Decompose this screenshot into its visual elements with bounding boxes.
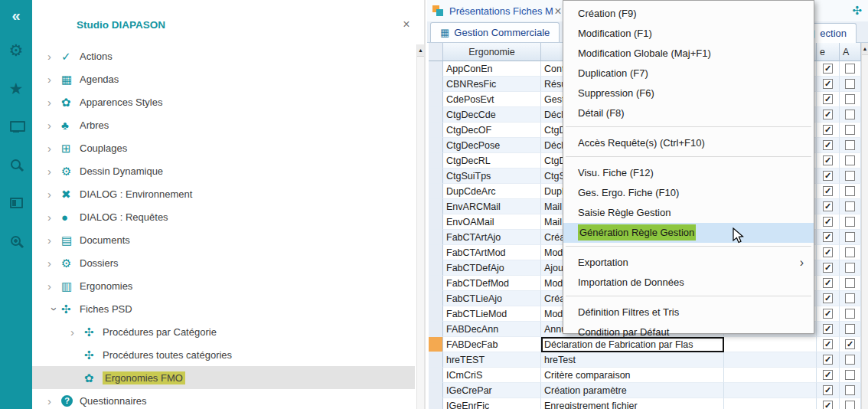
checkbox[interactable] bbox=[823, 247, 833, 257]
row-selector-cell[interactable] bbox=[429, 337, 443, 352]
checkbox[interactable] bbox=[823, 370, 833, 380]
tree-item[interactable]: ✿ Ergonomies FMO bbox=[32, 366, 415, 389]
rail-button[interactable] bbox=[0, 107, 32, 146]
ergonomie-cell[interactable]: IGeCrePar bbox=[443, 383, 541, 398]
ergonomie-cell[interactable]: FabCTDefMod bbox=[443, 276, 541, 291]
table-row[interactable]: IGeEnrFic Enregistrement fichier bbox=[429, 398, 868, 409]
tree-item[interactable]: ⚙ Dossiers bbox=[32, 251, 415, 274]
rail-button[interactable] bbox=[0, 222, 32, 260]
tree-item[interactable]: ✓ Actions bbox=[32, 44, 415, 67]
ergonomie-cell[interactable]: hreTEST bbox=[443, 352, 541, 368]
row-selector-cell[interactable] bbox=[429, 260, 443, 276]
tree-item[interactable]: ⊞ Couplages bbox=[32, 136, 415, 159]
table-scrollbar[interactable]: ▲ bbox=[861, 43, 868, 409]
menu-item[interactable] bbox=[563, 296, 814, 303]
ergonomie-cell[interactable]: CtgDecOF bbox=[443, 123, 541, 138]
checkbox[interactable] bbox=[823, 232, 833, 242]
checkbox[interactable] bbox=[823, 155, 833, 165]
menu-item[interactable] bbox=[563, 246, 814, 253]
row-selector-cell[interactable] bbox=[429, 352, 443, 368]
menu-item[interactable]: Modification (F1) bbox=[563, 24, 814, 44]
rail-button[interactable] bbox=[0, 146, 32, 184]
rail-button[interactable]: ★ bbox=[0, 69, 32, 107]
checkbox[interactable] bbox=[823, 125, 833, 135]
row-selector-cell[interactable] bbox=[429, 245, 443, 260]
menu-item[interactable]: Modification Globale (Maj+F1) bbox=[563, 44, 814, 64]
tree-chevron-icon[interactable] bbox=[47, 280, 61, 293]
tree-chevron-icon[interactable] bbox=[47, 50, 61, 63]
menu-item[interactable]: Suppression (F6) bbox=[563, 83, 814, 103]
tree-chevron-icon[interactable] bbox=[47, 119, 61, 132]
menu-item[interactable]: Duplication (F7) bbox=[563, 64, 814, 83]
ergonomie-cell[interactable]: AppConEn bbox=[443, 61, 541, 77]
ergonomie-cell[interactable]: FabCTArtMod bbox=[443, 245, 541, 260]
description-cell[interactable]: Enregistrement fichier bbox=[541, 398, 724, 409]
sidebar-scrollbar[interactable]: ▲ bbox=[416, 44, 424, 409]
tree-chevron-icon[interactable] bbox=[47, 73, 61, 86]
tree-item[interactable]: ● DIALOG : Requêtes bbox=[32, 205, 415, 228]
extra-cell[interactable] bbox=[724, 368, 817, 383]
tree-chevron-icon[interactable] bbox=[70, 326, 84, 339]
checkbox[interactable] bbox=[823, 339, 833, 349]
checkbox[interactable] bbox=[823, 110, 833, 119]
tree-chevron-icon[interactable] bbox=[47, 211, 61, 224]
ergonomie-cell[interactable]: CtgDecRL bbox=[443, 153, 541, 169]
checkbox[interactable] bbox=[845, 201, 855, 211]
row-selector-cell[interactable] bbox=[429, 291, 443, 306]
checkbox[interactable] bbox=[823, 401, 833, 409]
checkbox[interactable] bbox=[845, 370, 855, 380]
rail-button[interactable]: ⚙ bbox=[0, 31, 32, 69]
checkbox[interactable] bbox=[845, 186, 855, 196]
checkbox[interactable] bbox=[845, 110, 855, 119]
scroll-up-button[interactable]: ▲ bbox=[417, 44, 424, 57]
ergonomie-cell[interactable]: FabCTArtAjo bbox=[443, 230, 541, 245]
ergonomie-cell[interactable]: CtgSuiTps bbox=[443, 169, 541, 184]
checkbox[interactable] bbox=[845, 401, 855, 409]
ergonomie-cell[interactable]: CdePosEvt bbox=[443, 92, 541, 107]
checkbox[interactable] bbox=[823, 79, 833, 89]
menu-item[interactable]: Condition par Défaut bbox=[563, 322, 814, 342]
psd-tab-icon[interactable]: ✣ bbox=[852, 5, 862, 16]
row-selector-cell[interactable] bbox=[429, 153, 443, 169]
checkbox[interactable] bbox=[845, 125, 855, 135]
scroll-up-button[interactable]: ▲ bbox=[862, 43, 868, 55]
row-selector-cell[interactable] bbox=[429, 77, 443, 92]
row-selector-cell[interactable] bbox=[429, 230, 443, 245]
checkbox[interactable] bbox=[845, 171, 855, 181]
checkbox[interactable] bbox=[845, 385, 855, 395]
row-selector-cell[interactable] bbox=[429, 383, 443, 398]
ergonomie-cell[interactable]: FABDecAnn bbox=[443, 322, 541, 337]
checkbox[interactable] bbox=[823, 186, 833, 196]
checkbox[interactable] bbox=[823, 171, 833, 181]
tree-chevron-icon[interactable] bbox=[47, 188, 61, 201]
checkbox[interactable] bbox=[845, 309, 855, 319]
extra-cell[interactable] bbox=[724, 383, 817, 398]
ergonomie-cell[interactable]: ICmCriS bbox=[443, 368, 541, 383]
ergonomie-cell[interactable]: EnvOAMail bbox=[443, 214, 541, 230]
ergonomie-cell[interactable]: CtgDecPose bbox=[443, 138, 541, 153]
extra-cell[interactable] bbox=[724, 352, 817, 368]
checkbox[interactable] bbox=[845, 355, 855, 365]
row-selector-cell[interactable] bbox=[429, 398, 443, 409]
checkbox[interactable] bbox=[845, 140, 855, 150]
menu-item[interactable]: Exportation bbox=[563, 253, 814, 273]
menu-item[interactable]: Importation de Données bbox=[563, 273, 814, 293]
tree-chevron-icon[interactable] bbox=[47, 96, 61, 109]
tree-item[interactable]: ✣ Procédures par Catégorie bbox=[32, 320, 415, 343]
ergonomie-cell[interactable]: FabCTDefAjo bbox=[443, 260, 541, 276]
tree-item[interactable]: ? Questionnaires bbox=[32, 389, 415, 409]
table-row[interactable]: hreTEST hreTest bbox=[429, 352, 868, 368]
close-icon[interactable]: × bbox=[400, 18, 413, 31]
menu-item[interactable] bbox=[563, 156, 814, 163]
menu-item[interactable]: Visu. Fiche (F12) bbox=[563, 163, 814, 183]
description-cell[interactable]: Création paramètre bbox=[541, 383, 724, 398]
checkbox[interactable] bbox=[845, 293, 855, 303]
ergonomie-cell[interactable]: CBNResFic bbox=[443, 77, 541, 92]
checkbox[interactable] bbox=[823, 64, 833, 74]
row-selector-cell[interactable] bbox=[429, 123, 443, 138]
ergonomie-cell[interactable]: EnvARCMail bbox=[443, 199, 541, 214]
checkbox[interactable] bbox=[823, 94, 833, 104]
checkbox[interactable] bbox=[823, 217, 833, 227]
row-selector-cell[interactable] bbox=[429, 184, 443, 199]
tree-item[interactable]: ▥ Ergonomies bbox=[32, 274, 415, 297]
